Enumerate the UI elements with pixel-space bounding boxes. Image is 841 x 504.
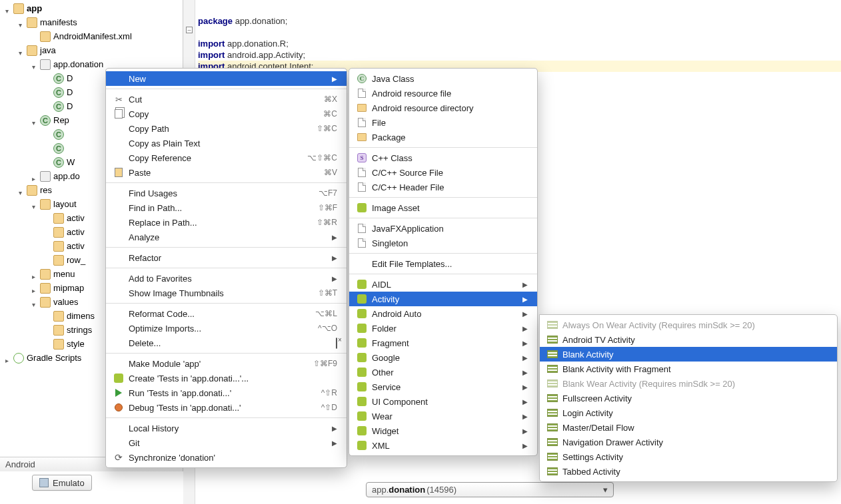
menu-copy-ref[interactable]: Copy Reference⌥⇧⌘C bbox=[106, 150, 347, 165]
new-wear[interactable]: Wear▶ bbox=[349, 409, 537, 423]
new-android-auto[interactable]: Android Auto▶ bbox=[349, 306, 537, 321]
activity-login[interactable]: Login Activity bbox=[540, 405, 837, 420]
new-java-class[interactable]: CJava Class bbox=[349, 71, 537, 86]
new-widget[interactable]: Widget▶ bbox=[349, 423, 537, 438]
android-icon bbox=[356, 411, 368, 421]
class-icon: C bbox=[53, 73, 64, 84]
android-icon bbox=[356, 323, 368, 334]
menu-optimize-imports[interactable]: Optimize Imports...^⌥O bbox=[106, 321, 347, 336]
new-google[interactable]: Google▶ bbox=[349, 350, 537, 365]
new-android-res-dir[interactable]: Android resource directory bbox=[349, 101, 537, 115]
activity-tabbed[interactable]: Tabbed Activity bbox=[540, 464, 837, 479]
menu-make-module[interactable]: Make Module 'app'⇧⌘F9 bbox=[106, 356, 347, 371]
activity-fullscreen[interactable]: Fullscreen Activity bbox=[540, 391, 837, 405]
menu-delete[interactable]: Delete... bbox=[106, 336, 347, 350]
new-cpp-source[interactable]: C/C++ Source File bbox=[349, 165, 537, 180]
file-icon bbox=[356, 167, 368, 178]
new-package[interactable]: Package bbox=[349, 130, 537, 144]
struct-icon: S bbox=[356, 152, 368, 163]
tree-node-manifests[interactable]: manifests bbox=[0, 15, 183, 29]
android-icon bbox=[356, 352, 368, 363]
activity-always-wear: Always On Wear Activity (Requires minSdk… bbox=[540, 318, 837, 332]
file-icon bbox=[356, 88, 368, 99]
activity-nav-drawer[interactable]: Navigation Drawer Activity bbox=[540, 435, 837, 449]
file-icon bbox=[356, 223, 368, 234]
android-icon bbox=[356, 279, 368, 290]
file-icon bbox=[356, 117, 368, 128]
folder-icon bbox=[40, 297, 51, 308]
menu-copy-plain[interactable]: Copy as Plain Text bbox=[106, 136, 347, 150]
scissors-icon: ✂ bbox=[113, 94, 125, 105]
menu-replace-in-path[interactable]: Replace in Path...⇧⌘R bbox=[106, 215, 347, 230]
xml-file-icon bbox=[40, 31, 51, 42]
emulator-selector[interactable]: Emulato bbox=[32, 475, 92, 491]
activity-android-tv[interactable]: Android TV Activity bbox=[540, 332, 837, 347]
activity-settings[interactable]: Settings Activity bbox=[540, 449, 837, 464]
xml-file-icon bbox=[53, 255, 64, 266]
folder-icon bbox=[356, 103, 368, 113]
activity-master-detail[interactable]: Master/Detail Flow bbox=[540, 420, 837, 435]
tree-file-manifest[interactable]: AndroidManifest.xml bbox=[0, 29, 183, 43]
folder-icon bbox=[27, 45, 37, 56]
menu-show-thumbnails[interactable]: Show Image Thumbnails⇧⌘T bbox=[106, 286, 347, 300]
class-icon: C bbox=[53, 129, 64, 140]
new-edit-templates[interactable]: Edit File Templates... bbox=[349, 256, 537, 271]
activity-blank[interactable]: Blank Activity bbox=[540, 347, 837, 362]
new-service[interactable]: Service▶ bbox=[349, 379, 537, 394]
new-cpp-header[interactable]: C/C++ Header File bbox=[349, 180, 537, 194]
activity-icon bbox=[546, 451, 558, 462]
menu-refactor[interactable]: Refactor▶ bbox=[106, 250, 347, 265]
new-android-res-file[interactable]: Android resource file bbox=[349, 86, 537, 101]
menu-find-in-path[interactable]: Find in Path...⇧⌘F bbox=[106, 200, 347, 215]
new-javafx-app[interactable]: JavaFXApplication bbox=[349, 221, 537, 236]
new-other[interactable]: Other▶ bbox=[349, 365, 537, 379]
new-image-asset[interactable]: Image Asset bbox=[349, 200, 537, 215]
menu-git[interactable]: Git▶ bbox=[106, 435, 347, 450]
activity-icon bbox=[546, 466, 558, 477]
menu-local-history[interactable]: Local History▶ bbox=[106, 421, 347, 435]
android-icon bbox=[356, 396, 368, 407]
xml-file-icon bbox=[53, 213, 64, 224]
menu-create-tests[interactable]: Create 'Tests in 'app.donati...'... bbox=[106, 371, 347, 385]
menu-cut[interactable]: ✂Cut⌘X bbox=[106, 92, 347, 107]
folder-icon bbox=[356, 132, 368, 142]
package-icon bbox=[40, 59, 51, 70]
menu-reformat[interactable]: Reformat Code...⌥⌘L bbox=[106, 306, 347, 321]
android-icon bbox=[356, 381, 368, 392]
fold-toggle[interactable]: – bbox=[186, 27, 193, 33]
menu-add-favorites[interactable]: Add to Favorites▶ bbox=[106, 271, 347, 286]
tree-node-app[interactable]: app bbox=[0, 1, 183, 15]
menu-copy-path[interactable]: Copy Path⇧⌘C bbox=[106, 121, 347, 136]
folder-icon bbox=[40, 269, 51, 280]
new-cpp-class[interactable]: SC++ Class bbox=[349, 150, 537, 165]
activity-icon bbox=[546, 349, 558, 360]
new-aidl[interactable]: AIDL▶ bbox=[349, 277, 537, 292]
menu-find-usages[interactable]: Find Usages⌥F7 bbox=[106, 186, 347, 200]
new-submenu: CJava Class Android resource file Androi… bbox=[349, 68, 538, 456]
new-singleton[interactable]: Singleton bbox=[349, 236, 537, 250]
device-icon bbox=[39, 478, 49, 487]
activity-submenu: Always On Wear Activity (Requires minSdk… bbox=[539, 314, 838, 482]
process-selector[interactable]: app.donation (14596) bbox=[366, 482, 614, 497]
xml-file-icon bbox=[53, 339, 64, 350]
menu-new[interactable]: New▶ bbox=[106, 71, 347, 86]
new-activity[interactable]: Activity▶ bbox=[349, 292, 537, 306]
menu-debug-tests[interactable]: Debug 'Tests in 'app.donati...'^⇧D bbox=[106, 400, 347, 415]
menu-copy[interactable]: Copy⌘C bbox=[106, 107, 347, 121]
tree-node-java[interactable]: java bbox=[0, 43, 183, 57]
menu-paste[interactable]: Paste⌘V bbox=[106, 165, 347, 180]
new-xml[interactable]: XML▶ bbox=[349, 438, 537, 453]
android-icon bbox=[356, 367, 368, 378]
new-ui-component[interactable]: UI Component▶ bbox=[349, 394, 537, 409]
xml-file-icon bbox=[53, 241, 64, 252]
menu-analyze[interactable]: Analyze▶ bbox=[106, 230, 347, 244]
new-file[interactable]: File bbox=[349, 115, 537, 130]
activity-blank-fragment[interactable]: Blank Activity with Fragment bbox=[540, 362, 837, 376]
new-fragment[interactable]: Fragment▶ bbox=[349, 336, 537, 350]
xml-file-icon bbox=[53, 311, 64, 322]
new-folder[interactable]: Folder▶ bbox=[349, 321, 537, 336]
activity-icon bbox=[546, 393, 558, 403]
android-icon bbox=[356, 425, 368, 436]
menu-run-tests[interactable]: Run 'Tests in 'app.donati...'^⇧R bbox=[106, 385, 347, 400]
menu-synchronize[interactable]: ⟳Synchronize 'donation' bbox=[106, 450, 347, 465]
